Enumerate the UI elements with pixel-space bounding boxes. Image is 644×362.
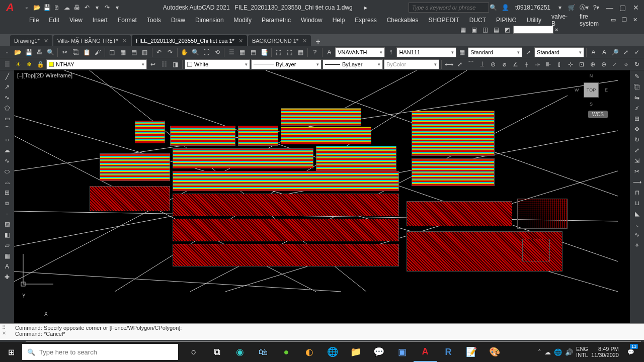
- dim-linear-icon[interactable]: ⟷: [444, 59, 454, 69]
- undo-icon[interactable]: ↶: [83, 3, 92, 12]
- zoom-rt-icon[interactable]: 🔍: [190, 47, 200, 57]
- table-style-combo[interactable]: Standard▾: [468, 47, 522, 57]
- zalo-icon[interactable]: 💬: [367, 342, 390, 362]
- user-icon[interactable]: 👤: [501, 3, 510, 12]
- wcs-button[interactable]: WCS: [588, 111, 608, 118]
- mtext-icon[interactable]: A: [589, 47, 599, 57]
- copy2-icon[interactable]: ⿻: [631, 82, 642, 92]
- paint-icon[interactable]: 🎨: [483, 342, 506, 362]
- tab-close-icon[interactable]: ✕: [238, 38, 243, 44]
- help2-icon[interactable]: ?: [310, 47, 320, 57]
- save-file-icon[interactable]: 💾: [24, 47, 34, 57]
- block4-icon[interactable]: ▥: [140, 47, 150, 57]
- revit-icon[interactable]: R: [437, 342, 460, 362]
- menu-draw[interactable]: Draw: [166, 15, 190, 25]
- dim-baseline-icon[interactable]: ⟛: [532, 59, 542, 69]
- mtext2-icon[interactable]: A: [2, 261, 13, 272]
- saveas-icon[interactable]: 🗎: [52, 3, 61, 12]
- tab-drawing1[interactable]: Drawing1*✕: [10, 35, 52, 46]
- linetype-combo[interactable]: ByLayer▾: [251, 59, 321, 69]
- group-icon[interactable]: ⬚: [274, 47, 284, 57]
- autocad-logo-icon[interactable]: A: [0, 0, 20, 15]
- text-style-combo[interactable]: VNAVANTH▾: [335, 47, 384, 57]
- menu-valve[interactable]: valve-B: [546, 15, 575, 25]
- app-green-icon[interactable]: ●: [275, 342, 298, 362]
- app-orange-icon[interactable]: ◐: [298, 342, 321, 362]
- start-button[interactable]: ⊞: [0, 342, 22, 362]
- open-file-icon[interactable]: 📂: [13, 47, 23, 57]
- cut-icon[interactable]: ✂: [60, 47, 70, 57]
- dimstyle-icon[interactable]: ⟟: [386, 47, 396, 57]
- app-store-icon[interactable]: Ⓐ▾: [580, 3, 589, 12]
- mleaderstyle-icon[interactable]: ↗: [523, 47, 533, 57]
- redo2-icon[interactable]: ↷: [165, 47, 175, 57]
- join-icon[interactable]: ⊔: [631, 198, 642, 208]
- table-icon[interactable]: ▦: [295, 47, 305, 57]
- preview-icon[interactable]: 🔍: [46, 47, 56, 57]
- minimize-button[interactable]: —: [604, 3, 616, 13]
- doc-min-icon[interactable]: ▭: [611, 17, 620, 24]
- block-icon[interactable]: ◫: [107, 47, 117, 57]
- menu-shopedit[interactable]: SHOPEDIT: [423, 15, 464, 25]
- ssm-icon[interactable]: 📑: [259, 47, 269, 57]
- tp-icon[interactable]: ▤: [249, 47, 259, 57]
- chamfer-icon[interactable]: ◣: [631, 209, 642, 219]
- textstyle-icon[interactable]: A: [325, 47, 335, 57]
- menu-insert[interactable]: Insert: [88, 15, 113, 25]
- undo-dropdown-icon[interactable]: ▾: [93, 3, 102, 12]
- redo-icon[interactable]: ↷: [103, 3, 112, 12]
- taskview-icon[interactable]: ⧉: [205, 342, 228, 362]
- pan-icon[interactable]: ✋: [180, 47, 190, 57]
- cmd-handle-icon[interactable]: ⠿✕: [2, 325, 11, 336]
- menu-piping[interactable]: PIPING: [491, 15, 522, 25]
- dim-radius-icon[interactable]: ⊘: [488, 59, 498, 69]
- tray-sound-icon[interactable]: 🔊: [565, 348, 573, 356]
- dim-jogged-icon[interactable]: ⟋: [610, 59, 620, 69]
- menu-window[interactable]: Window: [296, 15, 328, 25]
- viewcube[interactable]: N S W E TOP: [575, 73, 608, 107]
- undo2-icon[interactable]: ↶: [154, 47, 164, 57]
- doc-restore-icon[interactable]: ❐: [622, 17, 631, 24]
- tray-network-icon[interactable]: 🌐: [554, 348, 562, 356]
- block2-icon[interactable]: ▦: [118, 47, 128, 57]
- hatch-icon[interactable]: ▨: [2, 219, 13, 229]
- new-icon[interactable]: ▫: [22, 3, 31, 12]
- new-file-icon[interactable]: ▫: [2, 47, 12, 57]
- trim-icon[interactable]: ✂: [631, 166, 642, 176]
- web-icon[interactable]: ☁: [62, 3, 71, 12]
- viewcube-w[interactable]: W: [575, 87, 579, 93]
- scale-text-icon[interactable]: ⤢: [621, 47, 631, 57]
- dim-diameter-icon[interactable]: ⌀: [499, 59, 509, 69]
- tab-close-icon[interactable]: ✕: [302, 38, 307, 44]
- redo-dropdown-icon[interactable]: ▾: [113, 3, 122, 12]
- stretch-icon[interactable]: ⇲: [631, 156, 642, 166]
- qv-icon-1[interactable]: ▦: [458, 25, 468, 35]
- dc-icon[interactable]: ▦: [237, 47, 248, 57]
- tab-close-icon[interactable]: ✕: [122, 38, 127, 44]
- plot-icon[interactable]: 🖶: [35, 47, 45, 57]
- menu-help[interactable]: Help: [328, 15, 350, 25]
- tray-lang[interactable]: ENG INTL: [576, 346, 588, 358]
- dim-angular-icon[interactable]: ∠: [510, 59, 520, 69]
- drawing-canvas[interactable]: [–][Top][2D Wireframe]: [14, 70, 630, 323]
- menu-duct[interactable]: DUCT: [464, 15, 491, 25]
- layer-on-icon[interactable]: ☀: [13, 59, 23, 69]
- color-combo[interactable]: White▾: [185, 59, 250, 69]
- spell-icon[interactable]: ✓: [632, 47, 642, 57]
- viewcube-s[interactable]: S: [590, 102, 593, 107]
- extend-icon[interactable]: ⟶: [631, 177, 642, 187]
- arc-icon[interactable]: ⌒: [2, 124, 13, 134]
- tab-chitiet[interactable]: FILE_20201130_203550_Chi tiet cua 1*✕: [132, 35, 247, 46]
- region-icon[interactable]: ▱: [2, 240, 13, 250]
- quickview-input[interactable]: [513, 26, 553, 34]
- dim-center-icon[interactable]: ⊕: [588, 59, 598, 69]
- rectangle-icon[interactable]: ▭: [2, 114, 13, 124]
- qv-icon-3[interactable]: ◫: [480, 25, 490, 35]
- layer-states-icon[interactable]: ☷: [159, 59, 169, 69]
- qv-icon-4[interactable]: ▤: [491, 25, 501, 35]
- circle-icon[interactable]: ○: [2, 135, 13, 145]
- explorer-icon[interactable]: 📁: [344, 342, 367, 362]
- search-icon[interactable]: 🔍: [489, 3, 498, 12]
- tab-background[interactable]: BACKGROUND 1*✕: [248, 35, 311, 46]
- chrome-icon[interactable]: 🌐: [321, 342, 344, 362]
